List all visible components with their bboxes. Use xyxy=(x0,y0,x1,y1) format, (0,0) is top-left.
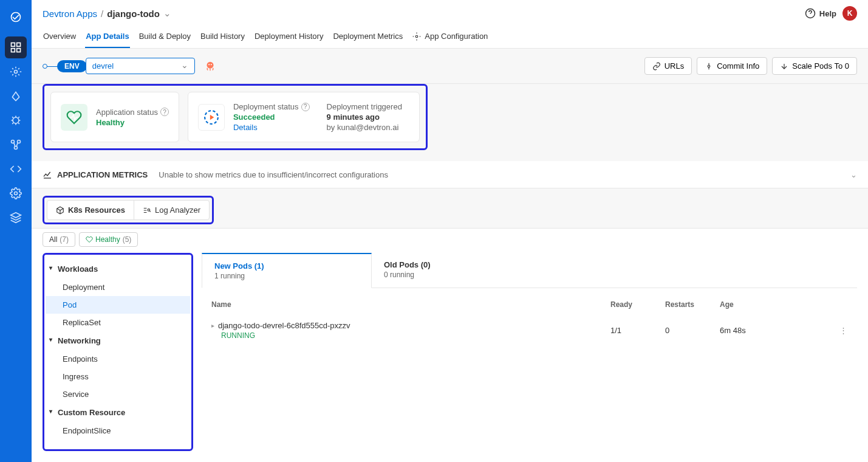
tree-item-ingress[interactable]: Ingress xyxy=(46,368,190,385)
pod-name: django-todo-devrel-6c8fd555cd-pxzzv xyxy=(218,321,350,330)
help-button[interactable]: Help xyxy=(805,8,836,19)
octopus-icon[interactable] xyxy=(203,60,217,73)
metrics-title: APPLICATION METRICS xyxy=(57,170,148,179)
left-nav-rail xyxy=(0,0,32,462)
svg-point-14 xyxy=(208,64,210,65)
chevron-down-icon[interactable]: ⌄ xyxy=(163,8,171,19)
breadcrumb-root[interactable]: Devtron Apps xyxy=(43,9,97,19)
nav-cluster-icon[interactable] xyxy=(5,134,27,156)
deploy-trigger-time: 9 minutes ago xyxy=(327,112,402,122)
gear-icon xyxy=(412,32,421,41)
search-list-icon xyxy=(143,206,151,215)
row-menu-icon[interactable]: ⋮ xyxy=(829,326,847,335)
svg-point-6 xyxy=(13,117,19,123)
tab-app-configuration-label: App Configuration xyxy=(425,32,488,41)
tab-overview[interactable]: Overview xyxy=(43,27,77,48)
help-label: Help xyxy=(819,9,836,18)
nav-bug-icon[interactable] xyxy=(5,109,27,131)
deploy-trigger-by: by kunal@devtron.ai xyxy=(327,123,402,132)
svg-point-10 xyxy=(15,192,18,195)
nav-apps-icon[interactable] xyxy=(5,36,27,58)
tree-item-service[interactable]: Service xyxy=(46,385,190,403)
svg-rect-4 xyxy=(17,49,21,52)
svg-rect-1 xyxy=(12,43,15,47)
scale-pods-button[interactable]: Scale Pods To 0 xyxy=(772,57,857,75)
deploy-trigger-label: Deployment triggered xyxy=(327,102,402,111)
avatar[interactable]: K xyxy=(842,6,857,21)
nav-code-icon[interactable] xyxy=(5,158,27,180)
tree-group-workloads[interactable]: Workloads xyxy=(46,260,190,278)
app-tabs: Overview App Details Build & Deploy Buil… xyxy=(43,27,857,48)
link-icon xyxy=(652,62,661,71)
deploy-status-label: Deployment status xyxy=(233,102,299,111)
urls-button[interactable]: URLs xyxy=(644,57,692,75)
filter-healthy[interactable]: Healthy (5) xyxy=(79,232,138,247)
deploy-details-link[interactable]: Details xyxy=(233,123,310,132)
env-badge: ENV xyxy=(57,60,87,72)
tree-item-replicaset[interactable]: ReplicaSet xyxy=(46,314,190,331)
tab-build-deploy[interactable]: Build & Deploy xyxy=(138,27,191,48)
chart-icon xyxy=(43,170,52,179)
tab-app-details[interactable]: App Details xyxy=(85,27,130,48)
filter-healthy-count: (5) xyxy=(123,235,132,244)
subtab-k8s-resources[interactable]: K8s Resources xyxy=(47,201,134,219)
col-name: Name xyxy=(211,300,610,309)
table-row[interactable]: ▸django-todo-devrel-6c8fd555cd-pxzzv RUN… xyxy=(202,315,857,346)
caret-right-icon[interactable]: ▸ xyxy=(211,322,214,329)
app-status-card: Application status ? Healthy xyxy=(50,92,179,142)
nav-config-icon[interactable] xyxy=(5,61,27,83)
tab-app-configuration[interactable]: App Configuration xyxy=(412,27,488,48)
col-age: Age xyxy=(720,300,829,309)
svg-point-15 xyxy=(210,64,211,65)
svg-point-16 xyxy=(708,65,710,67)
chevron-down-icon[interactable]: ⌄ xyxy=(850,170,857,179)
pods-tab-old-sub: 0 running xyxy=(384,271,530,279)
svg-rect-3 xyxy=(12,49,15,52)
scale-icon xyxy=(780,62,788,71)
tree-group-networking[interactable]: Networking xyxy=(46,331,190,350)
nav-deploy-icon[interactable] xyxy=(5,85,27,107)
help-icon[interactable]: ? xyxy=(301,103,310,111)
tab-deployment-metrics[interactable]: Deployment Metrics xyxy=(332,27,403,48)
breadcrumb-sep: / xyxy=(101,9,103,19)
urls-label: URLs xyxy=(665,61,685,71)
filter-healthy-label: Healthy xyxy=(95,235,120,244)
svg-point-13 xyxy=(207,61,213,68)
tree-item-endpointslice[interactable]: EndpointSlice xyxy=(46,422,190,440)
tree-item-deployment[interactable]: Deployment xyxy=(46,278,190,296)
pod-age: 6m 48s xyxy=(720,326,829,335)
commit-info-button[interactable]: Commit Info xyxy=(697,57,767,75)
tab-deployment-history[interactable]: Deployment History xyxy=(254,27,324,48)
breadcrumb-current: django-todo xyxy=(107,9,160,19)
pods-tab-old[interactable]: Old Pods (0) 0 running xyxy=(372,253,542,288)
svg-point-5 xyxy=(15,71,18,74)
deploy-icon xyxy=(198,104,225,131)
nav-settings-icon[interactable] xyxy=(5,182,27,204)
tree-group-custom[interactable]: Custom Resource xyxy=(46,403,190,422)
devtron-logo[interactable] xyxy=(6,7,26,27)
filter-all[interactable]: All (7) xyxy=(43,232,75,247)
scale-label: Scale Pods To 0 xyxy=(792,61,849,71)
nav-stack-icon[interactable] xyxy=(5,207,27,229)
tab-build-history[interactable]: Build History xyxy=(200,27,245,48)
pods-tab-new-title: New Pods (1) xyxy=(214,261,359,271)
heart-icon xyxy=(86,236,93,243)
metrics-bar[interactable]: APPLICATION METRICS Unable to show metri… xyxy=(32,161,868,188)
help-icon[interactable]: ? xyxy=(160,108,169,116)
pods-tab-new[interactable]: New Pods (1) 1 running xyxy=(202,253,372,288)
pod-status: RUNNING xyxy=(221,331,610,340)
pod-ready: 1/1 xyxy=(610,326,665,335)
subtab-log-analyzer[interactable]: Log Analyzer xyxy=(134,201,209,219)
svg-point-0 xyxy=(12,13,21,22)
pod-restarts: 0 xyxy=(665,326,720,335)
tree-item-endpoints[interactable]: Endpoints xyxy=(46,350,190,368)
tree-item-pod[interactable]: Pod xyxy=(46,296,190,314)
env-select[interactable]: devrel xyxy=(86,58,195,74)
deploy-status-value: Succeeded xyxy=(233,112,310,122)
svg-point-12 xyxy=(416,35,419,38)
resource-tree: Workloads Deployment Pod ReplicaSet Netw… xyxy=(44,255,191,444)
filter-all-count: (7) xyxy=(60,235,69,244)
commit-icon xyxy=(705,62,713,71)
status-cards-highlight: Application status ? Healthy Deployment … xyxy=(43,84,428,150)
app-status-value: Healthy xyxy=(96,118,169,127)
